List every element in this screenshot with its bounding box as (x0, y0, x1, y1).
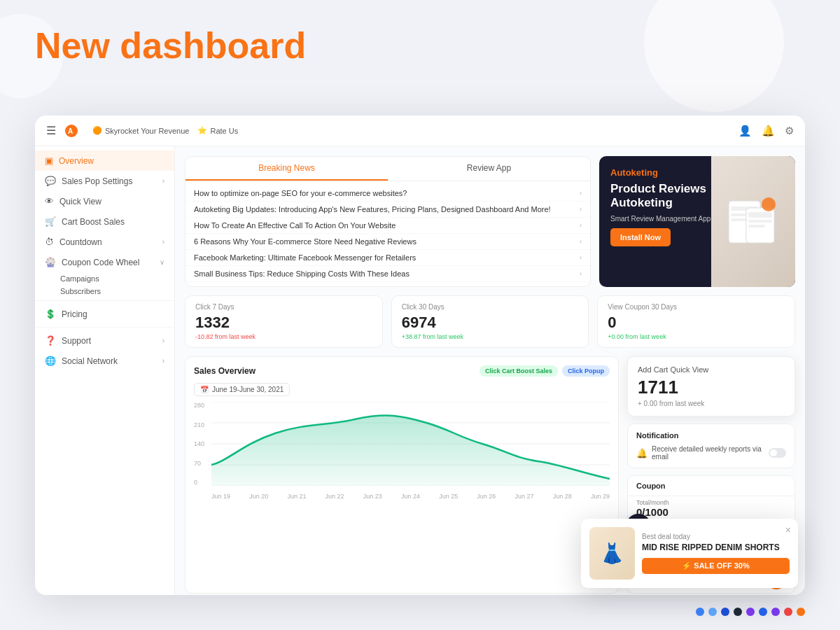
news-tabs: Breaking News Review App (186, 157, 590, 181)
chart-area (211, 402, 610, 486)
support-icon: ❓ (45, 335, 56, 346)
color-dot-6[interactable] (771, 608, 780, 616)
svg-rect-9 (748, 225, 765, 227)
color-dot-5[interactable] (759, 608, 767, 616)
sidebar-item-social[interactable]: 🌐 Social Network › (35, 351, 174, 371)
metric-click-7days: Click 7 Days 1332 -10.82 from last week (185, 295, 383, 348)
sidebar-sub-campaigns[interactable]: Campaigns (35, 272, 174, 285)
tab-breaking-news[interactable]: Breaking News (186, 157, 388, 181)
news-item[interactable]: Facebook Marketing: Ultimate Facebook Me… (186, 250, 590, 266)
sidebar-item-coupon-wheel[interactable]: 🎡 Coupon Code Wheel ∨ (35, 252, 174, 272)
svg-rect-8 (748, 220, 772, 223)
topbar-logo: A (64, 124, 78, 138)
date-range[interactable]: 📅 June 19-June 30, 2021 (194, 383, 290, 396)
social-icon: 🌐 (45, 356, 56, 366)
svg-rect-7 (748, 212, 772, 218)
notification-toggle[interactable] (769, 448, 786, 458)
user-icon[interactable]: 👤 (738, 125, 752, 137)
promo-banner: Autoketing Product Reviews Autoketing Sm… (599, 156, 795, 287)
quick-view-card: Add Cart Quick View 1711 + 0.00 from las… (627, 356, 795, 416)
top-section: Breaking News Review App How to optimize… (185, 156, 795, 287)
best-deal-popup: 👗 Best deal today MID RISE RIPPED DENIM … (581, 519, 798, 588)
deal-image: 👗 (589, 527, 635, 580)
news-item[interactable]: How to optimize on-page SEO for your e-c… (186, 186, 590, 202)
promo-install-button[interactable]: Install Now (610, 228, 671, 246)
sales-header: Sales Overview Click Cart Boost Sales Cl… (194, 365, 610, 377)
settings-icon[interactable]: ⚙ (785, 125, 794, 137)
svg-text:A: A (68, 127, 73, 135)
deal-info: Best deal today MID RISE RIPPED DENIM SH… (642, 533, 790, 574)
news-item[interactable]: How To Create An Effective Call To Actio… (186, 218, 590, 234)
color-dot-3[interactable] (734, 608, 742, 616)
news-arrow: › (580, 206, 582, 213)
wheel-icon: 🎡 (45, 257, 56, 267)
color-dot-0[interactable] (696, 608, 704, 616)
chart-x-labels: Jun 19 Jun 20 Jun 21 Jun 22 Jun 23 Jun 2… (211, 493, 610, 500)
color-dot-7[interactable] (784, 608, 792, 616)
notification-card: Notification 🔔 Receive detailed weekly r… (627, 424, 795, 468)
sidebar-divider-2 (35, 327, 174, 328)
notification-row: 🔔 Receive detailed weekly reports via em… (636, 445, 786, 461)
news-item[interactable]: 6 Reasons Why Your E-commerce Store Need… (186, 234, 590, 250)
countdown-icon: ⏱ (45, 237, 54, 247)
arrow-icon-2: › (162, 238, 164, 246)
sidebar-item-quick-view[interactable]: 👁 Quick View (35, 191, 174, 211)
cart-icon: 🛒 (45, 216, 56, 227)
topbar: ☰ A 🟠 Skyrocket Your Revenue ⭐ Rate Us 👤… (35, 115, 805, 146)
arrow-icon: › (162, 177, 164, 185)
notification-icon[interactable]: 🔔 (762, 125, 775, 137)
coupon-total: Total/month 0/1000 (628, 496, 794, 521)
sidebar-item-pricing[interactable]: 💲 Pricing (35, 304, 174, 324)
news-item[interactable]: Autoketing Big Updates: Introducing App'… (186, 202, 590, 218)
menu-icon[interactable]: ☰ (46, 124, 56, 137)
sidebar-divider (35, 300, 174, 301)
svg-point-10 (762, 197, 776, 211)
news-item[interactable]: Small Business Tips: Reduce Shipping Cos… (186, 266, 590, 282)
topbar-icons: 👤 🔔 ⚙ (738, 125, 794, 137)
sidebar: ▣ Overview 💬 Sales Pop Settings › 👁 Quic… (35, 146, 175, 595)
news-arrow: › (580, 222, 582, 229)
color-dot-4[interactable] (746, 608, 755, 616)
arrow-icon-3: ∨ (160, 258, 164, 266)
deal-sale-button[interactable]: ⚡ SALE OFF 30% (642, 558, 790, 574)
pricing-icon: 💲 (45, 309, 56, 319)
color-dots (696, 608, 805, 616)
color-dot-1[interactable] (708, 608, 717, 616)
topbar-promote[interactable]: 🟠 Skyrocket Your Revenue (92, 126, 189, 135)
sidebar-item-countdown[interactable]: ⏱ Countdown › (35, 232, 174, 252)
news-card: Breaking News Review App How to optimize… (185, 156, 591, 287)
arrow-icon-4: › (162, 337, 164, 344)
topbar-rate[interactable]: ⭐ Rate Us (197, 126, 238, 135)
bg-circle-1 (644, 0, 784, 112)
metrics-row: Click 7 Days 1332 -10.82 from last week … (185, 295, 795, 348)
promo-subtitle: Smart Review Management App (610, 215, 722, 223)
sales-badges: Click Cart Boost Sales Click Popup (479, 365, 610, 377)
deal-close-button[interactable]: × (785, 524, 791, 536)
overview-icon: ▣ (45, 155, 53, 166)
sidebar-sub-subscribers[interactable]: Subscribers (35, 285, 174, 298)
metric-click-30days: Click 30 Days 6974 +38.87 from last week (391, 295, 589, 348)
news-arrow: › (580, 238, 582, 245)
news-list: How to optimize on-page SEO for your e-c… (186, 181, 590, 286)
tab-review-app[interactable]: Review App (388, 157, 590, 181)
news-arrow: › (580, 254, 582, 261)
page-title: New dashboard (35, 24, 306, 66)
promo-image (711, 156, 795, 287)
promo-logo: Autoketing (610, 167, 722, 178)
news-arrow: › (580, 270, 582, 277)
sales-card: Sales Overview Click Cart Boost Sales Cl… (185, 356, 619, 594)
color-dot-2[interactable] (721, 608, 729, 616)
promo-title: Product Reviews Autoketing (610, 182, 722, 211)
sidebar-item-cart-boost[interactable]: 🛒 Cart Boost Sales (35, 211, 174, 232)
quickview-icon: 👁 (45, 196, 54, 206)
metric-view-coupon: View Coupon 30 Days 0 +0.00 from last we… (597, 295, 795, 348)
news-arrow: › (580, 190, 582, 197)
sidebar-item-support[interactable]: ❓ Support › (35, 330, 174, 351)
chart-y-labels: 280 210 140 70 0 (194, 402, 204, 486)
chart-container: 280 210 140 70 0 (194, 402, 610, 500)
toggle-knob (770, 449, 777, 456)
arrow-icon-5: › (162, 357, 164, 365)
sidebar-item-sales-pop[interactable]: 💬 Sales Pop Settings › (35, 171, 174, 191)
sidebar-item-overview[interactable]: ▣ Overview (35, 150, 174, 171)
color-dot-8[interactable] (797, 608, 805, 616)
